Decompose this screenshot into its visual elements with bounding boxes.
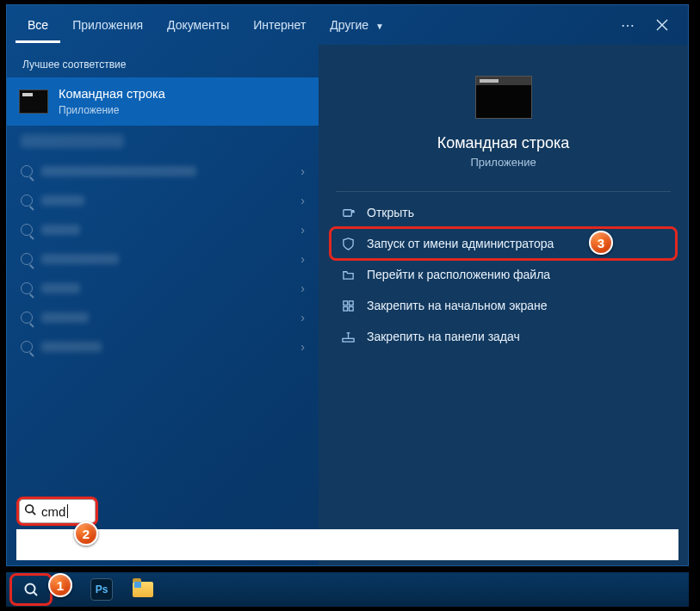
shield-icon bbox=[341, 237, 355, 250]
tab-web[interactable]: Интернет bbox=[241, 8, 318, 43]
photoshop-icon: Ps bbox=[90, 578, 113, 601]
chevron-right-icon: › bbox=[300, 223, 305, 237]
action-open-location[interactable]: Перейти к расположению файла bbox=[332, 259, 674, 290]
taskbar-photoshop[interactable]: Ps bbox=[82, 573, 121, 606]
tab-apps[interactable]: Приложения bbox=[60, 8, 155, 43]
chevron-down-icon: ▼ bbox=[375, 22, 384, 31]
preview-column: Командная строка Приложение Открыть Запу… bbox=[319, 45, 688, 565]
svg-rect-4 bbox=[349, 300, 353, 305]
search-icon bbox=[21, 282, 33, 294]
chevron-right-icon: › bbox=[300, 281, 305, 295]
preview-title: Командная строка bbox=[319, 134, 688, 152]
history-item[interactable]: › bbox=[21, 244, 305, 274]
chevron-right-icon: › bbox=[300, 194, 305, 207]
search-icon bbox=[21, 312, 33, 324]
preview-subtitle: Приложение bbox=[319, 156, 688, 169]
tab-all[interactable]: Все bbox=[15, 8, 60, 43]
open-icon bbox=[341, 206, 355, 219]
search-icon bbox=[23, 582, 39, 597]
chevron-right-icon: › bbox=[300, 252, 305, 266]
chevron-right-icon: › bbox=[300, 164, 305, 178]
preview-app-icon bbox=[475, 76, 532, 119]
folder-icon bbox=[341, 268, 355, 281]
action-open-label: Открыть bbox=[367, 206, 414, 219]
svg-point-10 bbox=[26, 584, 35, 594]
history-item[interactable]: › bbox=[21, 303, 305, 332]
history-section: › › › › › bbox=[7, 134, 319, 361]
action-open[interactable]: Открыть bbox=[332, 197, 674, 228]
svg-rect-7 bbox=[342, 338, 353, 342]
divider bbox=[336, 191, 671, 192]
search-icon bbox=[21, 253, 33, 265]
more-button[interactable]: ⋯ bbox=[610, 8, 645, 42]
cmd-icon bbox=[19, 89, 48, 114]
svg-rect-3 bbox=[343, 300, 347, 305]
search-input[interactable]: cmd bbox=[16, 497, 98, 526]
search-icon bbox=[24, 503, 36, 519]
action-run-admin-label: Запуск от имени администратора bbox=[367, 237, 554, 250]
history-header-blurred bbox=[21, 134, 124, 148]
search-value: cmd bbox=[41, 504, 65, 519]
search-bar-bg: cmd bbox=[16, 529, 678, 560]
svg-rect-2 bbox=[343, 209, 350, 216]
result-cmd[interactable]: Командная строка Приложение bbox=[7, 77, 319, 126]
taskbar-explorer[interactable] bbox=[123, 573, 163, 606]
tab-documents[interactable]: Документы bbox=[155, 8, 241, 43]
history-item[interactable]: › bbox=[21, 215, 305, 244]
explorer-icon bbox=[133, 582, 153, 597]
section-best-match: Лучшее соответствие bbox=[7, 50, 319, 77]
svg-line-11 bbox=[34, 592, 37, 596]
close-icon bbox=[656, 19, 668, 31]
result-subtitle: Приложение bbox=[59, 104, 165, 116]
svg-line-9 bbox=[33, 512, 36, 515]
history-item[interactable]: › bbox=[21, 332, 305, 361]
search-icon bbox=[21, 224, 33, 236]
pin-taskbar-icon bbox=[341, 330, 355, 343]
history-item[interactable]: › bbox=[21, 157, 305, 186]
taskbar-search[interactable] bbox=[9, 573, 53, 606]
search-icon bbox=[21, 165, 33, 177]
svg-point-8 bbox=[26, 505, 34, 513]
history-item[interactable]: › bbox=[21, 274, 305, 303]
action-open-location-label: Перейти к расположению файла bbox=[367, 268, 550, 281]
action-run-admin[interactable]: Запуск от имени администратора bbox=[332, 228, 674, 259]
search-icon bbox=[21, 341, 33, 353]
chevron-right-icon: › bbox=[300, 311, 305, 324]
chevron-right-icon: › bbox=[300, 340, 305, 354]
pin-start-icon bbox=[341, 299, 355, 312]
action-pin-taskbar[interactable]: Закрепить на панели задач bbox=[332, 321, 674, 352]
tab-other[interactable]: Другие ▼ bbox=[318, 8, 396, 43]
tab-other-label: Другие bbox=[330, 18, 369, 32]
svg-rect-5 bbox=[343, 306, 347, 311]
search-panel: Все Приложения Документы Интернет Другие… bbox=[6, 4, 689, 566]
results-column: Лучшее соответствие Командная строка При… bbox=[7, 45, 319, 565]
action-pin-start[interactable]: Закрепить на начальном экране bbox=[332, 290, 674, 321]
history-item[interactable]: › bbox=[21, 186, 305, 215]
search-icon bbox=[21, 194, 33, 207]
text-caret bbox=[67, 504, 68, 518]
taskbar: Ps bbox=[6, 572, 689, 607]
action-pin-taskbar-label: Закрепить на панели задач bbox=[367, 330, 520, 343]
svg-rect-6 bbox=[349, 306, 353, 311]
close-button[interactable] bbox=[645, 8, 679, 42]
result-title: Командная строка bbox=[59, 87, 165, 102]
filter-tabs: Все Приложения Документы Интернет Другие… bbox=[7, 5, 688, 45]
action-pin-start-label: Закрепить на начальном экране bbox=[367, 299, 548, 312]
